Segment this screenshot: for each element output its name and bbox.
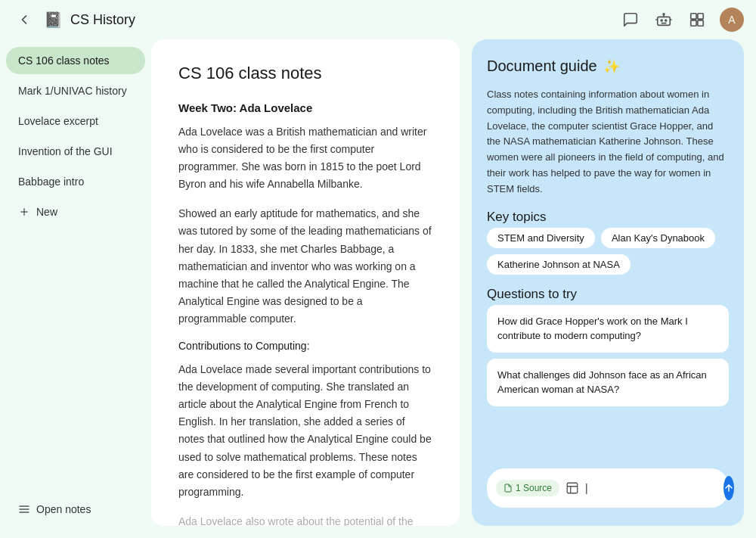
svg-rect-0: [658, 17, 671, 25]
new-label: New: [36, 206, 57, 218]
svg-point-3: [665, 20, 667, 21]
sidebar-item-lovelace[interactable]: Lovelace excerpt: [6, 107, 145, 135]
open-notes-label: Open notes: [36, 503, 91, 515]
key-topics-title: Key topics: [487, 210, 729, 225]
sidebar-item-mark1[interactable]: Mark 1/UNIVAC history: [6, 77, 145, 104]
new-button[interactable]: New: [6, 198, 145, 225]
topbar: 📓 CS History: [0, 0, 756, 39]
svg-rect-5: [698, 14, 703, 19]
svg-point-2: [661, 20, 662, 21]
source-badge-label: 1 Source: [516, 483, 552, 493]
svg-rect-4: [691, 14, 696, 19]
sidebar: CS 106 class notes Mark 1/UNIVAC history…: [0, 39, 151, 538]
question-2[interactable]: What challenges did Johnson face as an A…: [487, 359, 729, 406]
guide-input-bar: 1 Source: [487, 468, 729, 508]
sidebar-bottom: Open notes: [0, 487, 151, 532]
main-layout: CS 106 class notes Mark 1/UNIVAC history…: [0, 39, 756, 538]
question-1[interactable]: How did Grace Hopper's work on the Mark …: [487, 305, 729, 353]
source-badge[interactable]: 1 Source: [496, 480, 559, 496]
topic-chip-alan[interactable]: Alan Kay's Dynabook: [601, 228, 715, 248]
guide-panel: Document guide ✨ Class notes containing …: [472, 39, 744, 526]
svg-rect-6: [691, 20, 696, 26]
svg-rect-7: [698, 20, 703, 26]
svg-rect-13: [567, 483, 578, 493]
paragraph-1: Ada Lovelace was a British mathematician…: [178, 123, 432, 193]
robot-icon[interactable]: [653, 9, 674, 30]
avatar[interactable]: A: [720, 8, 744, 32]
contributions-subheading: Contributions to Computing:: [178, 340, 432, 352]
paragraph-5: Ada Lovelace also wrote about the potent…: [178, 513, 432, 526]
paragraph-2: Showed an early aptitude for mathematics…: [178, 205, 432, 328]
topic-chip-stem[interactable]: STEM and Diversity: [487, 228, 595, 248]
topic-chip-katherine[interactable]: Katherine Johnson at NASA: [487, 254, 631, 275]
sidebar-item-invention[interactable]: Invention of the GUI: [6, 138, 145, 165]
questions-list: How did Grace Hopper's work on the Mark …: [487, 305, 729, 406]
app-title: CS History: [70, 12, 135, 28]
sidebar-item-babbage[interactable]: Babbage intro: [6, 168, 145, 195]
sparkle-icon: ✨: [603, 58, 620, 75]
guide-header: Document guide ✨: [487, 58, 729, 75]
key-topics-list: STEM and Diversity Alan Kay's Dynabook K…: [487, 228, 729, 275]
key-topics-section: Key topics STEM and Diversity Alan Kay's…: [487, 210, 729, 275]
send-button[interactable]: [723, 476, 734, 500]
guide-text-input[interactable]: [585, 482, 717, 494]
document-panel: CS 106 class notes Week Two: Ada Lovelac…: [151, 39, 460, 526]
guide-title: Document guide: [487, 58, 597, 75]
document-title: CS 106 class notes: [178, 64, 432, 83]
guide-description: Class notes containing information about…: [487, 87, 729, 197]
note-icon-button[interactable]: [565, 477, 579, 499]
questions-section: Questions to try How did Grace Hopper's …: [487, 287, 729, 406]
chat-icon[interactable]: [620, 9, 641, 30]
topbar-left: 📓 CS History: [12, 8, 135, 32]
back-button[interactable]: [12, 8, 36, 32]
questions-title: Questions to try: [487, 287, 729, 302]
content-area: CS 106 class notes Week Two: Ada Lovelac…: [151, 39, 756, 538]
paragraph-4: Ada Lovelace made several important cont…: [178, 361, 432, 501]
sidebar-item-cs106[interactable]: CS 106 class notes: [6, 47, 145, 74]
topbar-right: A: [620, 8, 744, 32]
section-heading: Week Two: Ada Lovelace: [178, 101, 432, 114]
doc-icon: 📓: [44, 11, 63, 29]
window-icon[interactable]: [686, 9, 708, 30]
open-notes-button[interactable]: Open notes: [6, 496, 145, 523]
